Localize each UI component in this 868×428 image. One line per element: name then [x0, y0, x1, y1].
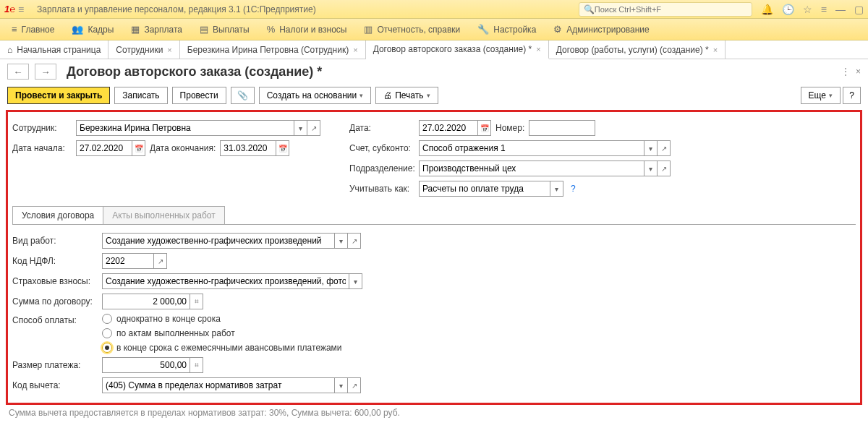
- insurance-field[interactable]: ▾: [102, 273, 362, 289]
- sum-field[interactable]: ⌗: [102, 294, 203, 309]
- end-field[interactable]: 📅: [220, 140, 289, 156]
- tab-home[interactable]: ⌂Начальная страница: [0, 40, 109, 59]
- calendar-icon: ▦: [131, 24, 140, 35]
- tab-author-contract[interactable]: Договор авторского заказа (создание) *×: [366, 40, 549, 59]
- insurance-label: Страховые взносы:: [12, 276, 98, 286]
- work-type-input[interactable]: [103, 234, 334, 248]
- tab-employee[interactable]: Березкина Ирина Петровна (Сотрудник)×: [180, 40, 366, 59]
- pay-opt-once[interactable]: однократно в конце срока: [102, 314, 342, 324]
- minimize-icon[interactable]: —: [835, 4, 846, 15]
- employee-field[interactable]: ▾ ↗: [76, 120, 320, 136]
- open-icon[interactable]: ↗: [347, 234, 360, 248]
- count-as-field[interactable]: ▾: [419, 181, 563, 197]
- end-input[interactable]: [221, 141, 276, 155]
- ndfl-field[interactable]: ↗: [102, 253, 167, 269]
- menu-payments[interactable]: ▤Выплаты: [192, 21, 257, 38]
- radio-icon: [102, 314, 112, 324]
- insurance-input[interactable]: [103, 274, 349, 288]
- open-icon[interactable]: ↗: [657, 161, 670, 176]
- bell-icon[interactable]: 🔔: [761, 4, 773, 15]
- menu-taxes[interactable]: %Налоги и взносы: [260, 21, 354, 38]
- app-title: Зарплата и управление персоналом, редакц…: [37, 4, 579, 14]
- dropdown-icon[interactable]: ▾: [294, 121, 307, 135]
- deduction-input[interactable]: [103, 378, 334, 393]
- print-button[interactable]: 🖨 Печать ▾: [375, 87, 438, 104]
- sum-label: Сумма по договору:: [12, 296, 98, 307]
- dropdown-icon[interactable]: ▾: [550, 181, 563, 196]
- menu-settings[interactable]: 🔧Настройка: [470, 21, 543, 38]
- start-input[interactable]: [77, 141, 132, 155]
- payment-size-field[interactable]: ⌗: [102, 357, 203, 373]
- close-page-icon[interactable]: ×: [856, 67, 861, 77]
- menu-salary[interactable]: ▦Зарплата: [124, 21, 190, 38]
- payment-size-input[interactable]: [103, 358, 190, 372]
- close-icon[interactable]: ×: [167, 46, 171, 54]
- star-icon[interactable]: ☆: [803, 4, 812, 15]
- create-based-button[interactable]: Создать на основании ▾: [259, 87, 372, 104]
- sum-input[interactable]: [103, 294, 190, 309]
- post-button[interactable]: Провести: [172, 87, 226, 104]
- attach-button[interactable]: 📎: [231, 87, 255, 104]
- dropdown-icon[interactable]: ▾: [644, 141, 657, 155]
- account-input[interactable]: [420, 141, 644, 155]
- search-box[interactable]: 🔍: [579, 2, 752, 17]
- help-button[interactable]: ?: [843, 87, 861, 104]
- open-icon[interactable]: ↗: [153, 254, 166, 268]
- tab-acts[interactable]: Акты выполненных работ: [103, 206, 224, 224]
- dept-field[interactable]: ▾ ↗: [419, 160, 671, 176]
- calc-icon[interactable]: ⌗: [190, 294, 203, 309]
- deduction-label: Код вычета:: [12, 380, 98, 390]
- tab-strip: ⌂Начальная страница Сотрудники× Березкин…: [0, 40, 868, 59]
- title-bar: 1℮ ≡ Зарплата и управление персоналом, р…: [0, 0, 868, 19]
- number-field[interactable]: [529, 120, 595, 136]
- back-button[interactable]: ←: [7, 64, 29, 80]
- help-icon[interactable]: ?: [568, 184, 579, 194]
- dropdown-icon[interactable]: ▾: [334, 234, 347, 248]
- work-type-field[interactable]: ▾ ↗: [102, 233, 361, 249]
- tab-terms[interactable]: Условия договора: [12, 206, 103, 224]
- search-input[interactable]: [595, 5, 747, 14]
- menu-staff[interactable]: 👥Кадры: [64, 21, 121, 38]
- tab-works-contract[interactable]: Договор (работы, услуги) (создание) *×: [549, 40, 726, 59]
- close-icon[interactable]: ×: [353, 46, 357, 54]
- date-field[interactable]: 📅: [419, 120, 491, 136]
- number-input[interactable]: [529, 121, 595, 135]
- menu-reports[interactable]: ▥Отчетность, справки: [357, 21, 467, 38]
- maximize-icon[interactable]: ▢: [854, 4, 864, 15]
- employee-input[interactable]: [77, 121, 294, 135]
- deduction-field[interactable]: ▾ ↗: [102, 377, 361, 393]
- calendar-icon[interactable]: 📅: [276, 141, 289, 155]
- calc-icon[interactable]: ⌗: [190, 358, 203, 372]
- open-icon[interactable]: ↗: [307, 121, 320, 135]
- dropdown-icon[interactable]: ▾: [334, 378, 347, 393]
- pay-opt-monthly[interactable]: в конце срока с ежемесячными авансовыми …: [102, 343, 342, 353]
- post-close-button[interactable]: Провести и закрыть: [7, 87, 110, 104]
- start-field[interactable]: 📅: [76, 140, 145, 156]
- menu-main[interactable]: ≡Главное: [4, 21, 61, 38]
- menu-admin[interactable]: ⚙Администрирование: [546, 21, 656, 38]
- pay-opt-acts[interactable]: по актам выполненных работ: [102, 328, 342, 338]
- more-icon[interactable]: ⋮: [841, 67, 850, 77]
- end-label: Дата окончания:: [150, 143, 216, 153]
- close-icon[interactable]: ×: [713, 46, 718, 54]
- dept-input[interactable]: [420, 161, 644, 176]
- more-button[interactable]: Еще ▾: [801, 87, 841, 104]
- hamburger-icon[interactable]: ≡: [18, 4, 31, 15]
- date-label: Дата:: [349, 123, 414, 133]
- tab-employees[interactable]: Сотрудники×: [109, 40, 179, 59]
- calendar-icon[interactable]: 📅: [477, 121, 490, 135]
- forward-button[interactable]: →: [35, 64, 56, 80]
- close-icon[interactable]: ×: [536, 45, 540, 54]
- open-icon[interactable]: ↗: [657, 141, 670, 155]
- dropdown-icon[interactable]: ▾: [644, 161, 657, 176]
- count-as-input[interactable]: [420, 181, 550, 196]
- save-button[interactable]: Записать: [114, 87, 167, 104]
- ndfl-input[interactable]: [103, 254, 153, 268]
- dropdown-icon[interactable]: ▾: [349, 274, 362, 288]
- open-icon[interactable]: ↗: [347, 378, 360, 393]
- history-icon[interactable]: 🕒: [782, 4, 794, 15]
- account-field[interactable]: ▾ ↗: [419, 140, 671, 156]
- calendar-icon[interactable]: 📅: [132, 141, 145, 155]
- menu-icon[interactable]: ≡: [821, 4, 827, 15]
- date-input[interactable]: [420, 121, 477, 135]
